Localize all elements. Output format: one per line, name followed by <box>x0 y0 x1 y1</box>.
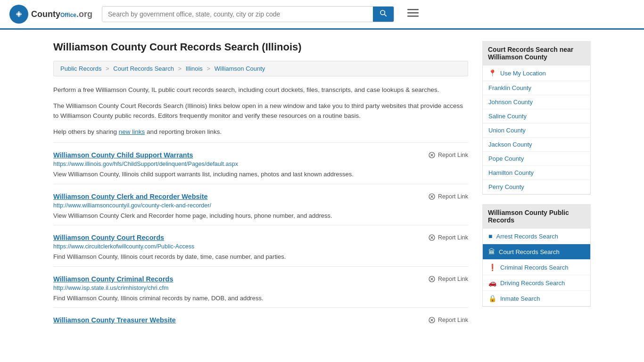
driving-records-icon: 🚗 <box>488 279 496 287</box>
sidebar-driving-records[interactable]: 🚗 Driving Records Search <box>483 275 590 291</box>
record-item: Williamson County Child Support Warrants… <box>53 142 468 184</box>
records-list: Williamson County Child Support Warrants… <box>53 142 468 330</box>
logo-icon <box>9 5 28 24</box>
intro3-prefix: Help others by sharing <box>53 128 119 135</box>
breadcrumb-sep3: > <box>207 65 211 72</box>
header: CountyOffice.org <box>0 0 644 30</box>
search-button[interactable] <box>373 7 394 22</box>
arrest-records-label: Arrest Records Search <box>496 233 558 240</box>
intro-para-1: Perform a free Williamson County, IL pub… <box>53 85 468 95</box>
record-header: Williamson County Criminal Records Repor… <box>53 275 468 283</box>
public-records-list: ■ Arrest Records Search 🏛 Court Records … <box>482 229 591 307</box>
logo-text: CountyOffice.org <box>31 9 92 19</box>
page-title: Williamson County Court Records Search (… <box>53 41 468 53</box>
record-desc: Find Williamson County, Illinois court r… <box>53 252 468 262</box>
record-desc: Find Williamson County, Illinois crimina… <box>53 294 468 303</box>
record-title[interactable]: Williamson County Treasurer Website <box>53 316 176 324</box>
report-link-label: Report Link <box>438 193 468 200</box>
menu-button[interactable] <box>404 6 422 22</box>
sidebar-arrest-records[interactable]: ■ Arrest Records Search <box>483 229 590 244</box>
court-records-label: Court Records Search <box>499 248 560 255</box>
svg-point-2 <box>380 10 385 15</box>
report-link-button[interactable]: Report Link <box>428 193 468 200</box>
intro-para-2: The Williamson County Court Records Sear… <box>53 101 468 121</box>
svg-line-3 <box>384 14 387 16</box>
intro3-suffix: and reporting broken links. <box>145 128 222 135</box>
report-link-label: Report Link <box>438 152 468 158</box>
report-link-button[interactable]: Report Link <box>428 234 468 241</box>
logo[interactable]: CountyOffice.org <box>9 5 92 24</box>
county-link-saline[interactable]: Saline County <box>483 109 590 123</box>
breadcrumb: Public Records > Court Records Search > … <box>53 61 468 76</box>
county-link-hamilton[interactable]: Hamilton County <box>483 166 590 180</box>
report-link-button[interactable]: Report Link <box>428 275 468 283</box>
breadcrumb-illinois[interactable]: Illinois <box>186 65 203 72</box>
report-link-button[interactable]: Report Link <box>428 151 468 159</box>
public-records-section-title: Williamson County Public Records <box>482 204 591 229</box>
record-url[interactable]: https://www.illinois.gov/hfs/ChildSuppor… <box>53 161 468 167</box>
record-header: Williamson County Treasurer Website Repo… <box>53 316 468 324</box>
court-records-icon: 🏛 <box>488 248 495 255</box>
record-title[interactable]: Williamson County Court Records <box>53 234 164 241</box>
record-desc: View Williamson County, Illinois child s… <box>53 170 468 179</box>
report-link-label: Report Link <box>438 276 468 282</box>
report-link-label: Report Link <box>438 317 468 323</box>
county-link-johnson[interactable]: Johnson County <box>483 95 590 109</box>
record-desc: View Williamson County Clerk and Recorde… <box>53 211 468 221</box>
arrest-records-icon: ■ <box>488 232 492 240</box>
breadcrumb-sep1: > <box>106 65 109 72</box>
record-title[interactable]: Williamson County Child Support Warrants <box>53 151 193 159</box>
svg-rect-5 <box>407 12 419 14</box>
search-bar <box>102 6 394 22</box>
record-url[interactable]: http://www.williamsoncountyil.gov/county… <box>53 202 468 209</box>
search-input[interactable] <box>102 7 373 22</box>
intro-para-3: Help others by sharing new links and rep… <box>53 127 468 137</box>
nearby-section-title: Court Records Search near Williamson Cou… <box>482 41 591 66</box>
use-my-location-label: Use My Location <box>500 70 546 77</box>
county-link-jackson[interactable]: Jackson County <box>483 138 590 152</box>
record-title[interactable]: Williamson County Criminal Records <box>53 275 173 283</box>
new-links-link[interactable]: new links <box>119 128 145 135</box>
record-url[interactable]: http://www.isp.state.il.us/crimhistory/c… <box>53 285 468 291</box>
criminal-records-icon: ❗ <box>488 263 496 271</box>
sidebar-criminal-records[interactable]: ❗ Criminal Records Search <box>483 260 590 275</box>
report-link-label: Report Link <box>438 234 468 241</box>
breadcrumb-williamson-county[interactable]: Williamson County <box>215 65 265 72</box>
record-item: Williamson County Court Records Report L… <box>53 225 468 266</box>
main-content: Williamson County Court Records Search (… <box>44 30 600 342</box>
inmate-search-icon: 🔒 <box>488 295 496 302</box>
inmate-search-label: Inmate Search <box>500 295 540 302</box>
svg-rect-6 <box>407 16 419 17</box>
county-link-perry[interactable]: Perry County <box>483 180 590 194</box>
right-sidebar: Court Records Search near Williamson Cou… <box>482 41 591 330</box>
nearby-counties-list: 📍 Use My Location Franklin County Johnso… <box>482 66 591 195</box>
breadcrumb-court-records-search[interactable]: Court Records Search <box>113 65 174 72</box>
driving-records-label: Driving Records Search <box>500 280 565 287</box>
report-link-button[interactable]: Report Link <box>428 316 468 324</box>
breadcrumb-public-records[interactable]: Public Records <box>60 65 101 72</box>
breadcrumb-sep2: > <box>178 65 182 72</box>
record-item: Williamson County Clerk and Recorder Web… <box>53 184 468 225</box>
record-title[interactable]: Williamson County Clerk and Recorder Web… <box>53 193 208 200</box>
sidebar-court-records[interactable]: 🏛 Court Records Search <box>483 244 590 260</box>
county-link-union[interactable]: Union County <box>483 123 590 138</box>
use-my-location-link[interactable]: 📍 Use My Location <box>483 66 590 81</box>
record-item: Williamson County Criminal Records Repor… <box>53 266 468 308</box>
svg-rect-4 <box>407 9 419 10</box>
record-url[interactable]: https://www.circuitclerkofwillcounty.com… <box>53 243 468 250</box>
record-header: Williamson County Child Support Warrants… <box>53 151 468 159</box>
location-icon: 📍 <box>488 69 496 77</box>
record-header: Williamson County Court Records Report L… <box>53 234 468 241</box>
county-link-pope[interactable]: Pope County <box>483 152 590 166</box>
criminal-records-label: Criminal Records Search <box>500 264 569 271</box>
left-column: Williamson County Court Records Search (… <box>53 41 468 330</box>
sidebar-inmate-search[interactable]: 🔒 Inmate Search <box>483 291 590 306</box>
county-link-franklin[interactable]: Franklin County <box>483 81 590 95</box>
record-item: Williamson County Treasurer Website Repo… <box>53 307 468 330</box>
svg-point-1 <box>17 13 20 16</box>
record-header: Williamson County Clerk and Recorder Web… <box>53 193 468 200</box>
